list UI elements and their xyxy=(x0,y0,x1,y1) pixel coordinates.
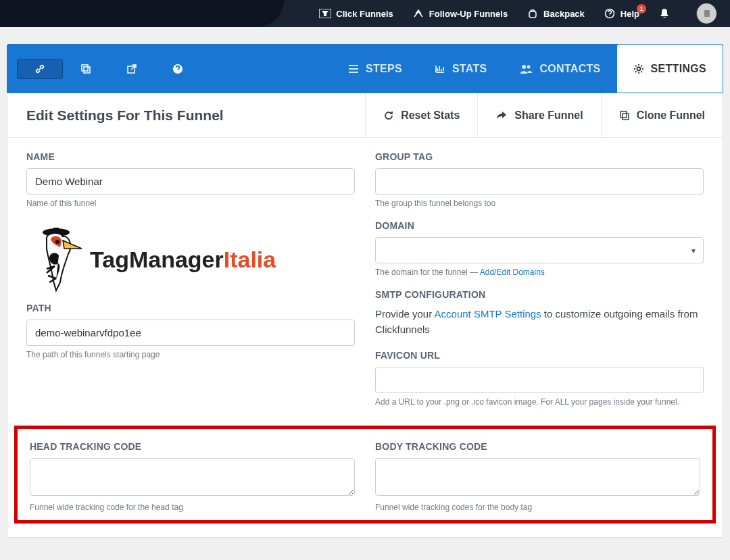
head-tracking-textarea[interactable] xyxy=(30,458,355,496)
chart-icon xyxy=(435,64,445,74)
body-tracking-group: BODY TRACKING CODE Funnel wide tracking … xyxy=(375,441,700,512)
favicon-label: FAVICON URL xyxy=(375,350,704,361)
clone-icon xyxy=(619,110,630,121)
backpack-icon xyxy=(527,7,539,20)
favicon-hint: Add a URL to your .png or .ico favicon i… xyxy=(375,397,704,407)
path-label: PATH xyxy=(26,303,355,313)
tab-settings-label: SETTINGS xyxy=(651,63,706,75)
question-icon xyxy=(172,63,184,75)
svg-point-15 xyxy=(55,240,59,244)
domain-field-group: DOMAIN ▼ The domain for the funnel — Add… xyxy=(375,220,704,277)
page-content: STEPS STATS CONTACTS SETTINGS xyxy=(0,27,730,558)
subnav-copy-icon-btn[interactable] xyxy=(63,59,109,79)
group-tag-hint: The group this funnel belongs too xyxy=(375,199,704,208)
nav-backpack[interactable]: Backpack xyxy=(527,7,585,20)
svg-point-8 xyxy=(522,65,526,69)
svg-point-10 xyxy=(637,67,640,70)
favicon-input[interactable] xyxy=(375,367,704,393)
tab-contacts-label: CONTACTS xyxy=(539,63,600,75)
svg-rect-4 xyxy=(82,65,88,71)
gear-icon xyxy=(633,63,644,74)
tab-steps-label: STEPS xyxy=(366,63,402,75)
subnav-tabs: STEPS STATS CONTACTS SETTINGS xyxy=(332,45,723,93)
tab-stats-label: STATS xyxy=(452,63,487,75)
group-tag-field-group: GROUP TAG The group this funnel belongs … xyxy=(375,151,704,208)
svg-point-9 xyxy=(527,65,531,68)
name-field-group: NAME Name of this funnel xyxy=(26,151,355,208)
smtp-text-pre: Provide your xyxy=(375,308,435,320)
smtp-description: Provide your Account SMTP Settings to cu… xyxy=(375,306,704,338)
svg-rect-5 xyxy=(84,67,90,73)
page-title: Edit Settings For This Funnel xyxy=(7,93,365,137)
settings-form: NAME Name of this funnel xyxy=(7,138,723,426)
name-hint: Name of this funnel xyxy=(26,199,355,208)
followup-icon xyxy=(412,7,424,20)
group-tag-label: GROUP TAG xyxy=(375,151,704,162)
copy-icon xyxy=(80,63,92,75)
help-icon xyxy=(604,7,616,20)
funnel-subnav: STEPS STATS CONTACTS SETTINGS xyxy=(7,44,723,93)
domain-hint: The domain for the funnel — Add/Edit Dom… xyxy=(375,268,704,277)
smtp-label: SMTP CONFIGURATION xyxy=(375,289,704,300)
name-input[interactable] xyxy=(26,168,355,195)
tracking-code-highlight: HEAD TRACKING CODE Funnel wide tracking … xyxy=(14,426,716,524)
domain-select[interactable] xyxy=(375,237,704,263)
tab-settings[interactable]: SETTINGS xyxy=(617,45,723,93)
nav-clickfunnels-label: Click Funnels xyxy=(336,9,393,19)
logo-image: TagManagerItalia xyxy=(26,220,355,303)
path-field-group: PATH The path of this funnels starting p… xyxy=(26,303,355,359)
clone-funnel-button[interactable]: Clone Funnel xyxy=(601,93,723,137)
svg-rect-11 xyxy=(620,111,627,118)
group-tag-input[interactable] xyxy=(375,168,704,195)
help-badge: 1 xyxy=(637,4,646,14)
settings-card: Edit Settings For This Funnel Reset Stat… xyxy=(7,93,723,538)
nav-help[interactable]: Help 1 xyxy=(604,7,639,20)
users-icon xyxy=(519,63,533,74)
svg-rect-12 xyxy=(623,113,629,120)
domain-hint-text: The domain for the funnel — xyxy=(375,268,480,277)
domain-edit-link[interactable]: Add/Edit Domains xyxy=(480,268,545,277)
body-tracking-textarea[interactable] xyxy=(375,458,700,496)
reset-stats-label: Reset Stats xyxy=(401,109,460,122)
body-tracking-hint: Funnel wide tracking codes for the body … xyxy=(375,503,700,512)
subnav-link-icon-btn[interactable] xyxy=(17,59,63,79)
clone-funnel-label: Clone Funnel xyxy=(637,109,705,122)
share-funnel-label: Share Funnel xyxy=(514,109,583,122)
nav-followup-label: Follow-Up Funnels xyxy=(429,9,508,19)
form-left-column: NAME Name of this funnel xyxy=(26,151,355,419)
svg-rect-3 xyxy=(704,10,710,17)
favicon-field-group: FAVICON URL Add a URL to your .png or .i… xyxy=(375,350,704,407)
top-nav: Click Funnels Follow-Up Funnels Backpack… xyxy=(0,0,730,27)
action-bar: Edit Settings For This Funnel Reset Stat… xyxy=(7,93,723,138)
domain-label: DOMAIN xyxy=(375,220,704,231)
head-tracking-label: HEAD TRACKING CODE xyxy=(30,441,355,452)
svg-rect-14 xyxy=(53,228,59,232)
tab-contacts[interactable]: CONTACTS xyxy=(503,45,616,93)
smtp-field-group: SMTP CONFIGURATION Provide your Account … xyxy=(375,289,704,338)
path-input[interactable] xyxy=(26,320,355,346)
subnav-icon-group xyxy=(7,59,201,79)
nav-clickfunnels[interactable]: Click Funnels xyxy=(319,7,393,20)
link-icon xyxy=(34,63,46,75)
head-tracking-hint: Funnel wide tracking code for the head t… xyxy=(30,503,355,512)
tab-stats[interactable]: STATS xyxy=(418,45,504,93)
head-tracking-group: HEAD TRACKING CODE Funnel wide tracking … xyxy=(30,441,355,512)
form-right-column: GROUP TAG The group this funnel belongs … xyxy=(375,151,704,419)
subnav-help-icon-btn[interactable] xyxy=(155,59,201,79)
tab-steps[interactable]: STEPS xyxy=(332,45,418,93)
share-icon xyxy=(495,111,508,120)
nav-followup[interactable]: Follow-Up Funnels xyxy=(412,7,508,20)
subnav-external-icon-btn[interactable] xyxy=(109,59,155,79)
top-nav-left-curve xyxy=(0,0,284,27)
smtp-settings-link[interactable]: Account SMTP Settings xyxy=(435,308,541,320)
user-avatar[interactable] xyxy=(696,3,716,24)
notifications-bell[interactable] xyxy=(658,7,671,20)
clickfunnels-icon xyxy=(319,7,331,20)
share-funnel-button[interactable]: Share Funnel xyxy=(477,93,600,137)
refresh-icon xyxy=(383,110,394,121)
woodpecker-icon xyxy=(40,226,84,293)
body-tracking-label: BODY TRACKING CODE xyxy=(375,441,700,452)
reset-stats-button[interactable]: Reset Stats xyxy=(365,93,477,137)
svg-rect-1 xyxy=(529,11,536,18)
nav-backpack-label: Backpack xyxy=(543,9,585,19)
